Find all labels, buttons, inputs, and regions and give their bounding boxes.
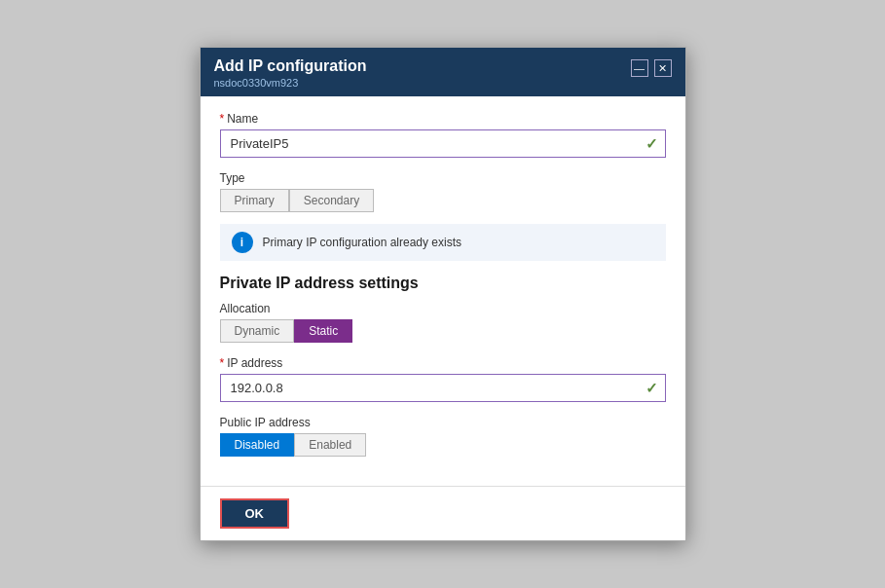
name-label: *Name (220, 112, 666, 126)
ip-input-wrapper: ✓ (220, 374, 666, 402)
name-input-wrapper: ✓ (220, 129, 666, 158)
allocation-field-group: Allocation Dynamic Static (220, 302, 666, 343)
type-secondary-button[interactable]: Secondary (289, 189, 374, 212)
allocation-label: Allocation (220, 302, 666, 315)
allocation-dynamic-button[interactable]: Dynamic (220, 319, 295, 343)
allocation-static-button[interactable]: Static (294, 319, 352, 343)
minimize-button[interactable]: ― (631, 59, 648, 77)
public-ip-disabled-button[interactable]: Disabled (220, 433, 295, 457)
public-ip-enabled-button[interactable]: Enabled (294, 433, 366, 457)
header-controls: ― ✕ (631, 59, 672, 77)
allocation-toggle-group: Dynamic Static (220, 319, 666, 343)
dialog-subtitle: nsdoc0330vm923 (214, 77, 367, 89)
public-ip-toggle-group: Disabled Enabled (220, 433, 666, 457)
dialog-footer: OK (201, 486, 685, 540)
add-ip-config-dialog: Add IP configuration nsdoc0330vm923 ― ✕ … (200, 47, 686, 541)
dialog-title: Add IP configuration (214, 57, 367, 75)
ip-field-group: *IP address ✓ (220, 356, 666, 402)
ip-input[interactable] (220, 374, 666, 402)
section-heading: Private IP address settings (220, 275, 666, 292)
ip-required-star: * (220, 356, 225, 370)
name-required-star: * (220, 112, 225, 126)
type-toggle-group: Primary Secondary (220, 189, 666, 212)
info-icon: i (232, 232, 253, 253)
type-field-group: Type Primary Secondary (220, 171, 666, 212)
name-field-group: *Name ✓ (220, 112, 666, 158)
info-banner: i Primary IP configuration already exist… (220, 224, 666, 261)
type-primary-button[interactable]: Primary (220, 189, 289, 212)
header-text: Add IP configuration nsdoc0330vm923 (214, 57, 367, 89)
info-message: Primary IP configuration already exists (263, 236, 462, 249)
close-button[interactable]: ✕ (654, 59, 672, 77)
name-input[interactable] (220, 129, 666, 158)
dialog-body: *Name ✓ Type Primary Secondary i Primary… (201, 96, 685, 486)
ok-button[interactable]: OK (220, 498, 290, 529)
public-ip-field-group: Public IP address Disabled Enabled (220, 416, 666, 457)
type-label: Type (220, 171, 666, 185)
ip-label: *IP address (220, 356, 666, 370)
public-ip-label: Public IP address (220, 416, 666, 429)
dialog-header: Add IP configuration nsdoc0330vm923 ― ✕ (201, 48, 685, 96)
